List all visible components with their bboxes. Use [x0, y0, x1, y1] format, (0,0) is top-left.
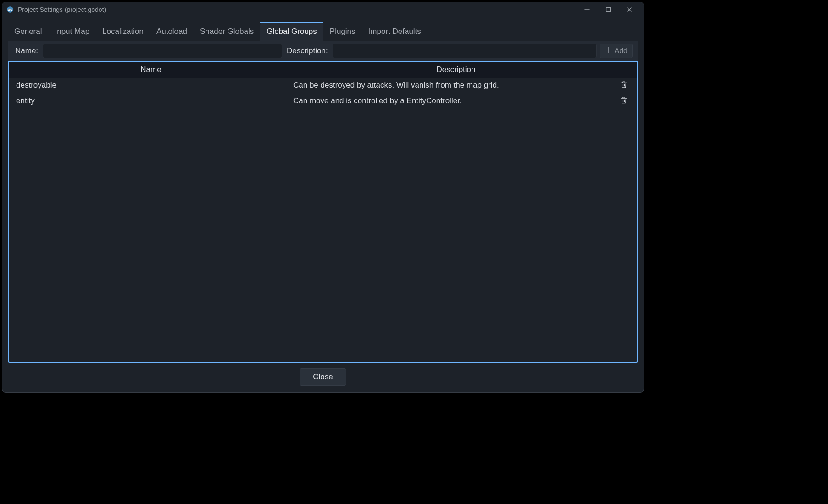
group-description-cell: Can move and is controlled by a EntityCo… [293, 96, 616, 105]
tab-label: Shader Globals [200, 27, 254, 36]
tab-general[interactable]: General [8, 22, 48, 41]
add-button-label: Add [615, 47, 628, 55]
table-row[interactable]: destroyableCan be destroyed by attacks. … [9, 78, 637, 93]
trash-icon [620, 80, 628, 91]
settings-tabbar: GeneralInput MapLocalizationAutoloadShad… [2, 17, 644, 41]
group-name-input[interactable] [43, 44, 282, 58]
tab-label: General [14, 27, 42, 36]
group-description-input[interactable] [333, 44, 597, 58]
group-name-cell: destroyable [16, 81, 293, 90]
tab-shader-globals[interactable]: Shader Globals [194, 22, 260, 41]
name-label: Name: [13, 46, 40, 55]
trash-icon [620, 96, 628, 106]
svg-point-4 [11, 9, 12, 10]
group-name-cell: entity [16, 96, 293, 105]
tab-input-map[interactable]: Input Map [48, 22, 96, 41]
dialog-footer: Close [2, 366, 644, 392]
window-minimize-button[interactable] [577, 2, 598, 17]
window-title: Project Settings (project.godot) [18, 6, 106, 13]
tab-import-defaults[interactable]: Import Defaults [362, 22, 428, 41]
window-close-button[interactable] [619, 2, 640, 17]
delete-group-button[interactable] [618, 95, 629, 106]
project-settings-window: Project Settings (project.godot) General… [2, 2, 644, 393]
groups-table[interactable]: Name Description destroyableCan be destr… [8, 61, 638, 363]
group-description-cell: Can be destroyed by attacks. Will vanish… [293, 81, 616, 90]
svg-rect-5 [606, 8, 611, 12]
column-header-name: Name [9, 65, 293, 74]
tab-localization[interactable]: Localization [96, 22, 150, 41]
tab-global-groups[interactable]: Global Groups [260, 22, 323, 41]
titlebar: Project Settings (project.godot) [2, 2, 644, 17]
delete-group-button[interactable] [618, 80, 629, 91]
close-button[interactable]: Close [300, 368, 346, 386]
window-maximize-button[interactable] [598, 2, 619, 17]
column-header-description: Description [293, 65, 637, 74]
groups-table-body: destroyableCan be destroyed by attacks. … [9, 78, 637, 362]
tab-label: Input Map [55, 27, 89, 36]
tab-label: Plugins [330, 27, 356, 36]
groups-table-header: Name Description [9, 62, 637, 78]
tab-autoload[interactable]: Autoload [150, 22, 194, 41]
plus-icon [605, 46, 612, 55]
tab-label: Import Defaults [368, 27, 421, 36]
description-label: Description: [285, 46, 330, 55]
table-row[interactable]: entityCan move and is controlled by a En… [9, 93, 637, 109]
add-group-button[interactable]: Add [600, 44, 633, 58]
tab-label: Autoload [156, 27, 187, 36]
tab-label: Global Groups [267, 27, 317, 36]
tab-plugins[interactable]: Plugins [323, 22, 362, 41]
add-group-toolbar: Name: Description: Add [8, 41, 638, 61]
tab-label: Localization [102, 27, 144, 36]
godot-icon [6, 6, 14, 14]
svg-point-3 [8, 9, 9, 10]
